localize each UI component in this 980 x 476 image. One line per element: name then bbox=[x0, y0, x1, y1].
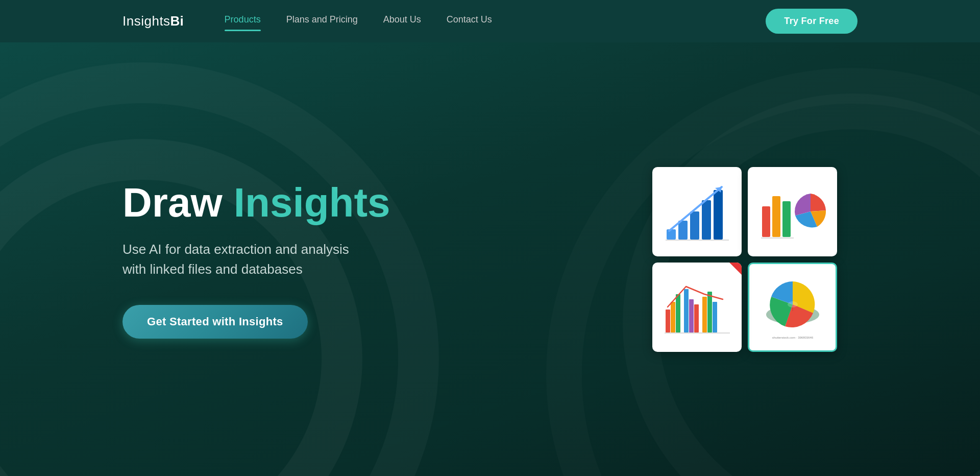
svg-rect-4 bbox=[714, 190, 723, 240]
try-free-button[interactable]: Try For Free bbox=[766, 9, 857, 34]
pie-chart-3d-icon: shutterstock.com · 396803646 bbox=[757, 271, 828, 343]
nav-links: Products Plans and Pricing About Us Cont… bbox=[225, 14, 766, 28]
nav-cta: Try For Free bbox=[766, 9, 857, 34]
red-corner-indicator bbox=[729, 263, 742, 275]
hero-subtitle-line2: with linked files and databases bbox=[122, 261, 303, 277]
svg-rect-8 bbox=[762, 206, 770, 237]
svg-rect-20 bbox=[713, 302, 717, 332]
svg-rect-13 bbox=[671, 302, 675, 332]
svg-rect-19 bbox=[707, 292, 712, 332]
logo: InsightsBi bbox=[122, 13, 184, 29]
hero-section: Draw Insights Use AI for data extraction… bbox=[0, 42, 980, 476]
nav-about[interactable]: About Us bbox=[383, 14, 421, 28]
svg-rect-12 bbox=[666, 310, 670, 332]
nav-plans[interactable]: Plans and Pricing bbox=[286, 14, 358, 28]
nav-products[interactable]: Products bbox=[225, 14, 261, 28]
logo-insights-text: Insights bbox=[122, 13, 170, 29]
logo-bi-text: Bi bbox=[170, 13, 184, 29]
nav-contact[interactable]: Contact Us bbox=[447, 14, 492, 28]
svg-rect-1 bbox=[678, 221, 688, 240]
svg-rect-0 bbox=[667, 229, 676, 240]
chart-card-3 bbox=[652, 263, 742, 352]
hero-content: Draw Insights Use AI for data extraction… bbox=[122, 180, 390, 339]
bar-chart-arrow-icon bbox=[662, 176, 733, 247]
navbar: InsightsBi Products Plans and Pricing Ab… bbox=[0, 0, 980, 42]
svg-text:shutterstock.com · 396803646: shutterstock.com · 396803646 bbox=[772, 336, 813, 339]
svg-rect-18 bbox=[702, 297, 707, 332]
svg-rect-16 bbox=[689, 299, 694, 332]
hero-title: Draw Insights bbox=[122, 180, 390, 225]
multicolor-bar-pie-icon bbox=[757, 176, 828, 247]
hero-subtitle-line1: Use AI for data extraction and analysis bbox=[122, 242, 349, 257]
chart-card-2 bbox=[748, 167, 837, 256]
svg-rect-17 bbox=[694, 304, 699, 332]
charts-grid: shutterstock.com · 396803646 bbox=[652, 167, 837, 352]
chart-card-1 bbox=[652, 167, 742, 256]
hero-subtitle: Use AI for data extraction and analysis … bbox=[122, 240, 390, 279]
svg-rect-2 bbox=[690, 211, 699, 240]
svg-rect-9 bbox=[772, 196, 780, 237]
grouped-bar-chart-icon bbox=[662, 274, 733, 340]
svg-rect-15 bbox=[684, 289, 689, 332]
get-started-button[interactable]: Get Started with Insights bbox=[122, 305, 308, 339]
hero-title-white: Draw bbox=[122, 180, 234, 225]
svg-point-23 bbox=[788, 301, 798, 307]
svg-rect-14 bbox=[676, 294, 680, 332]
svg-rect-10 bbox=[782, 201, 791, 237]
chart-card-4: shutterstock.com · 396803646 bbox=[748, 263, 837, 352]
hero-title-teal: Insights bbox=[234, 180, 390, 225]
svg-rect-3 bbox=[702, 200, 711, 240]
